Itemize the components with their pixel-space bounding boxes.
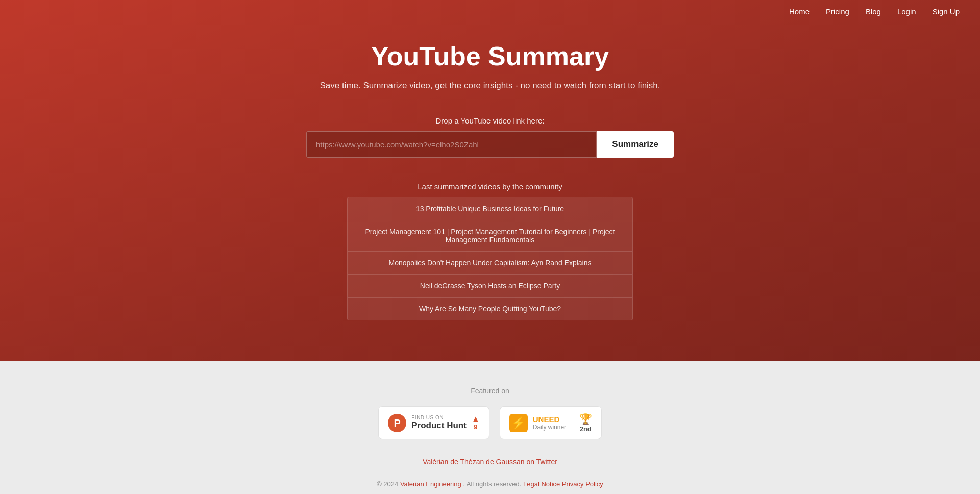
video-list: 13 Profitable Unique Business Ideas for …: [347, 197, 633, 320]
uneed-sub: Daily winner: [533, 424, 566, 431]
nav-login[interactable]: Login: [897, 7, 916, 16]
ph-text: FIND US ON Product Hunt: [411, 415, 467, 431]
navbar: Home Pricing Blog Login Sign Up: [0, 0, 980, 23]
featured-label: Featured on: [471, 387, 509, 395]
video-item[interactable]: Project Management 101 | Project Managem…: [347, 220, 633, 251]
hero-title: YouTube Summary: [371, 41, 609, 71]
rights-text: . All rights reserved.: [463, 480, 521, 488]
video-item[interactable]: Monopolies Don't Happen Under Capitalism…: [347, 251, 633, 274]
twitter-link[interactable]: Valérian de Thézan de Gaussan on Twitter: [423, 458, 557, 466]
youtube-url-input[interactable]: [306, 131, 597, 158]
ph-arrow-icon: ▲: [472, 415, 480, 423]
uneed-trophy-icon: 🏆: [579, 413, 592, 425]
community-label: Last summarized videos by the community: [418, 182, 562, 191]
uneed-right: 🏆 2nd: [579, 413, 592, 433]
uneed-name: UNEED: [533, 415, 566, 424]
badges-row: P FIND US ON Product Hunt ▲ 9 ⚡ UNEED Da…: [378, 406, 602, 439]
input-label: Drop a YouTube video link here:: [436, 116, 545, 125]
uneed-badge[interactable]: ⚡ UNEED Daily winner 🏆 2nd: [500, 406, 602, 439]
video-item[interactable]: 13 Profitable Unique Business Ideas for …: [347, 197, 633, 220]
copyright: © 2024 Valerian Engineering . All rights…: [377, 480, 603, 488]
ph-find-us: FIND US ON: [411, 415, 467, 421]
company-link[interactable]: Valerian Engineering: [400, 480, 461, 488]
uneed-bolt-icon: ⚡: [511, 417, 525, 429]
product-hunt-badge[interactable]: P FIND US ON Product Hunt ▲ 9: [378, 406, 489, 439]
legal-notice-link[interactable]: Legal Notice: [523, 480, 560, 488]
footer-section: Featured on P FIND US ON Product Hunt ▲ …: [0, 361, 980, 494]
ph-logo-letter: P: [394, 418, 401, 428]
privacy-policy-link[interactable]: Privacy Policy: [562, 480, 603, 488]
hero-section: YouTube Summary Save time. Summarize vid…: [0, 0, 980, 361]
summarize-button[interactable]: Summarize: [597, 131, 674, 158]
uneed-logo: ⚡: [509, 414, 528, 432]
video-item[interactable]: Neil deGrasse Tyson Hosts an Eclipse Par…: [347, 274, 633, 297]
ph-product-hunt-name: Product Hunt: [411, 421, 467, 431]
nav-pricing[interactable]: Pricing: [826, 7, 849, 16]
copyright-year: © 2024: [377, 480, 398, 488]
video-item[interactable]: Why Are So Many People Quitting YouTube?: [347, 297, 633, 320]
nav-blog[interactable]: Blog: [866, 7, 881, 16]
hero-subtitle: Save time. Summarize video, get the core…: [320, 81, 660, 91]
search-row: Summarize: [306, 131, 674, 158]
nav-home[interactable]: Home: [789, 7, 810, 16]
ph-votes: ▲ 9: [472, 415, 480, 431]
uneed-text: UNEED Daily winner: [533, 415, 566, 431]
nav-signup[interactable]: Sign Up: [933, 7, 960, 16]
uneed-place: 2nd: [580, 425, 592, 433]
ph-vote-count: 9: [474, 423, 477, 431]
product-hunt-logo: P: [388, 414, 406, 432]
